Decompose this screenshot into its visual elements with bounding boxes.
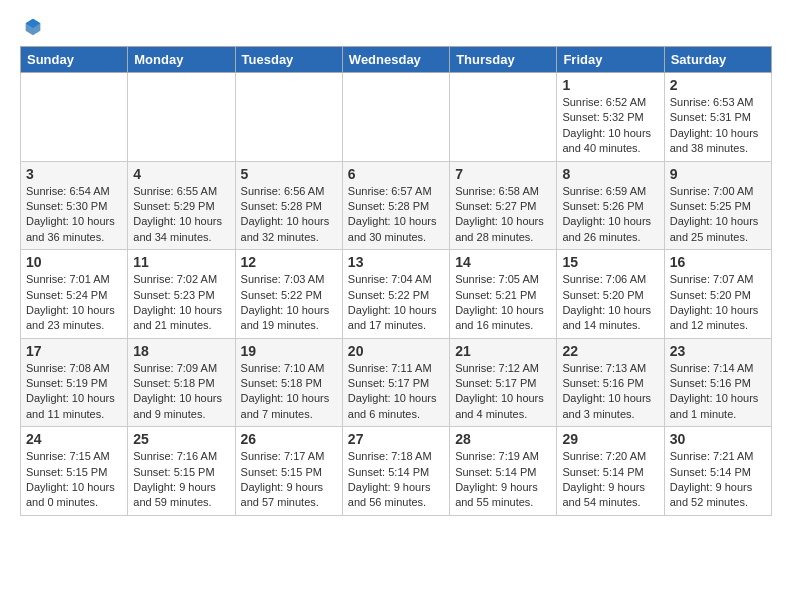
day-info: Sunrise: 6:59 AM Sunset: 5:26 PM Dayligh… xyxy=(562,184,658,246)
day-number: 6 xyxy=(348,166,444,182)
day-number: 27 xyxy=(348,431,444,447)
day-number: 19 xyxy=(241,343,337,359)
calendar-cell: 24Sunrise: 7:15 AM Sunset: 5:15 PM Dayli… xyxy=(21,427,128,516)
calendar-cell: 1Sunrise: 6:52 AM Sunset: 5:32 PM Daylig… xyxy=(557,73,664,162)
calendar-cell: 11Sunrise: 7:02 AM Sunset: 5:23 PM Dayli… xyxy=(128,250,235,339)
day-info: Sunrise: 7:17 AM Sunset: 5:15 PM Dayligh… xyxy=(241,449,337,511)
day-info: Sunrise: 6:56 AM Sunset: 5:28 PM Dayligh… xyxy=(241,184,337,246)
calendar-table: SundayMondayTuesdayWednesdayThursdayFrid… xyxy=(20,46,772,516)
day-number: 10 xyxy=(26,254,122,270)
calendar-cell: 9Sunrise: 7:00 AM Sunset: 5:25 PM Daylig… xyxy=(664,161,771,250)
day-number: 3 xyxy=(26,166,122,182)
day-number: 7 xyxy=(455,166,551,182)
calendar-cell: 29Sunrise: 7:20 AM Sunset: 5:14 PM Dayli… xyxy=(557,427,664,516)
logo xyxy=(20,16,46,38)
calendar-cell xyxy=(450,73,557,162)
calendar-cell: 20Sunrise: 7:11 AM Sunset: 5:17 PM Dayli… xyxy=(342,338,449,427)
day-number: 24 xyxy=(26,431,122,447)
calendar-cell: 18Sunrise: 7:09 AM Sunset: 5:18 PM Dayli… xyxy=(128,338,235,427)
weekday-thursday: Thursday xyxy=(450,47,557,73)
calendar-cell: 3Sunrise: 6:54 AM Sunset: 5:30 PM Daylig… xyxy=(21,161,128,250)
day-info: Sunrise: 7:06 AM Sunset: 5:20 PM Dayligh… xyxy=(562,272,658,334)
calendar-cell: 27Sunrise: 7:18 AM Sunset: 5:14 PM Dayli… xyxy=(342,427,449,516)
weekday-wednesday: Wednesday xyxy=(342,47,449,73)
weekday-sunday: Sunday xyxy=(21,47,128,73)
day-info: Sunrise: 7:20 AM Sunset: 5:14 PM Dayligh… xyxy=(562,449,658,511)
calendar-cell: 26Sunrise: 7:17 AM Sunset: 5:15 PM Dayli… xyxy=(235,427,342,516)
calendar-cell: 12Sunrise: 7:03 AM Sunset: 5:22 PM Dayli… xyxy=(235,250,342,339)
header xyxy=(20,16,772,38)
calendar-cell: 10Sunrise: 7:01 AM Sunset: 5:24 PM Dayli… xyxy=(21,250,128,339)
day-info: Sunrise: 6:54 AM Sunset: 5:30 PM Dayligh… xyxy=(26,184,122,246)
day-number: 1 xyxy=(562,77,658,93)
day-number: 22 xyxy=(562,343,658,359)
calendar-cell: 4Sunrise: 6:55 AM Sunset: 5:29 PM Daylig… xyxy=(128,161,235,250)
day-info: Sunrise: 7:05 AM Sunset: 5:21 PM Dayligh… xyxy=(455,272,551,334)
weekday-saturday: Saturday xyxy=(664,47,771,73)
calendar-cell xyxy=(235,73,342,162)
day-info: Sunrise: 6:52 AM Sunset: 5:32 PM Dayligh… xyxy=(562,95,658,157)
day-info: Sunrise: 6:53 AM Sunset: 5:31 PM Dayligh… xyxy=(670,95,766,157)
day-info: Sunrise: 7:01 AM Sunset: 5:24 PM Dayligh… xyxy=(26,272,122,334)
weekday-friday: Friday xyxy=(557,47,664,73)
day-number: 8 xyxy=(562,166,658,182)
weekday-header-row: SundayMondayTuesdayWednesdayThursdayFrid… xyxy=(21,47,772,73)
day-info: Sunrise: 7:11 AM Sunset: 5:17 PM Dayligh… xyxy=(348,361,444,423)
calendar-cell: 21Sunrise: 7:12 AM Sunset: 5:17 PM Dayli… xyxy=(450,338,557,427)
day-number: 14 xyxy=(455,254,551,270)
calendar-page: SundayMondayTuesdayWednesdayThursdayFrid… xyxy=(0,0,792,526)
day-info: Sunrise: 6:57 AM Sunset: 5:28 PM Dayligh… xyxy=(348,184,444,246)
calendar-cell: 25Sunrise: 7:16 AM Sunset: 5:15 PM Dayli… xyxy=(128,427,235,516)
day-number: 20 xyxy=(348,343,444,359)
day-number: 29 xyxy=(562,431,658,447)
calendar-cell: 5Sunrise: 6:56 AM Sunset: 5:28 PM Daylig… xyxy=(235,161,342,250)
day-number: 15 xyxy=(562,254,658,270)
day-number: 12 xyxy=(241,254,337,270)
logo-icon xyxy=(22,16,44,38)
calendar-cell: 16Sunrise: 7:07 AM Sunset: 5:20 PM Dayli… xyxy=(664,250,771,339)
day-number: 26 xyxy=(241,431,337,447)
day-number: 25 xyxy=(133,431,229,447)
calendar-cell: 14Sunrise: 7:05 AM Sunset: 5:21 PM Dayli… xyxy=(450,250,557,339)
calendar-week-4: 24Sunrise: 7:15 AM Sunset: 5:15 PM Dayli… xyxy=(21,427,772,516)
day-info: Sunrise: 7:08 AM Sunset: 5:19 PM Dayligh… xyxy=(26,361,122,423)
day-info: Sunrise: 7:07 AM Sunset: 5:20 PM Dayligh… xyxy=(670,272,766,334)
day-number: 4 xyxy=(133,166,229,182)
day-number: 28 xyxy=(455,431,551,447)
day-info: Sunrise: 7:16 AM Sunset: 5:15 PM Dayligh… xyxy=(133,449,229,511)
calendar-cell: 17Sunrise: 7:08 AM Sunset: 5:19 PM Dayli… xyxy=(21,338,128,427)
day-number: 30 xyxy=(670,431,766,447)
day-number: 5 xyxy=(241,166,337,182)
day-info: Sunrise: 7:18 AM Sunset: 5:14 PM Dayligh… xyxy=(348,449,444,511)
calendar-cell: 19Sunrise: 7:10 AM Sunset: 5:18 PM Dayli… xyxy=(235,338,342,427)
day-number: 18 xyxy=(133,343,229,359)
day-number: 23 xyxy=(670,343,766,359)
weekday-tuesday: Tuesday xyxy=(235,47,342,73)
calendar-cell: 6Sunrise: 6:57 AM Sunset: 5:28 PM Daylig… xyxy=(342,161,449,250)
calendar-week-0: 1Sunrise: 6:52 AM Sunset: 5:32 PM Daylig… xyxy=(21,73,772,162)
calendar-cell: 23Sunrise: 7:14 AM Sunset: 5:16 PM Dayli… xyxy=(664,338,771,427)
day-number: 13 xyxy=(348,254,444,270)
day-info: Sunrise: 7:00 AM Sunset: 5:25 PM Dayligh… xyxy=(670,184,766,246)
day-info: Sunrise: 7:14 AM Sunset: 5:16 PM Dayligh… xyxy=(670,361,766,423)
calendar-cell xyxy=(342,73,449,162)
calendar-cell: 8Sunrise: 6:59 AM Sunset: 5:26 PM Daylig… xyxy=(557,161,664,250)
day-info: Sunrise: 7:15 AM Sunset: 5:15 PM Dayligh… xyxy=(26,449,122,511)
calendar-cell: 30Sunrise: 7:21 AM Sunset: 5:14 PM Dayli… xyxy=(664,427,771,516)
calendar-cell: 22Sunrise: 7:13 AM Sunset: 5:16 PM Dayli… xyxy=(557,338,664,427)
day-number: 21 xyxy=(455,343,551,359)
day-number: 2 xyxy=(670,77,766,93)
calendar-cell xyxy=(128,73,235,162)
day-info: Sunrise: 7:13 AM Sunset: 5:16 PM Dayligh… xyxy=(562,361,658,423)
day-number: 9 xyxy=(670,166,766,182)
day-info: Sunrise: 7:19 AM Sunset: 5:14 PM Dayligh… xyxy=(455,449,551,511)
day-number: 16 xyxy=(670,254,766,270)
day-info: Sunrise: 7:03 AM Sunset: 5:22 PM Dayligh… xyxy=(241,272,337,334)
day-info: Sunrise: 7:21 AM Sunset: 5:14 PM Dayligh… xyxy=(670,449,766,511)
day-info: Sunrise: 7:10 AM Sunset: 5:18 PM Dayligh… xyxy=(241,361,337,423)
calendar-cell: 7Sunrise: 6:58 AM Sunset: 5:27 PM Daylig… xyxy=(450,161,557,250)
day-info: Sunrise: 7:09 AM Sunset: 5:18 PM Dayligh… xyxy=(133,361,229,423)
calendar-cell: 13Sunrise: 7:04 AM Sunset: 5:22 PM Dayli… xyxy=(342,250,449,339)
day-info: Sunrise: 6:55 AM Sunset: 5:29 PM Dayligh… xyxy=(133,184,229,246)
day-info: Sunrise: 7:12 AM Sunset: 5:17 PM Dayligh… xyxy=(455,361,551,423)
